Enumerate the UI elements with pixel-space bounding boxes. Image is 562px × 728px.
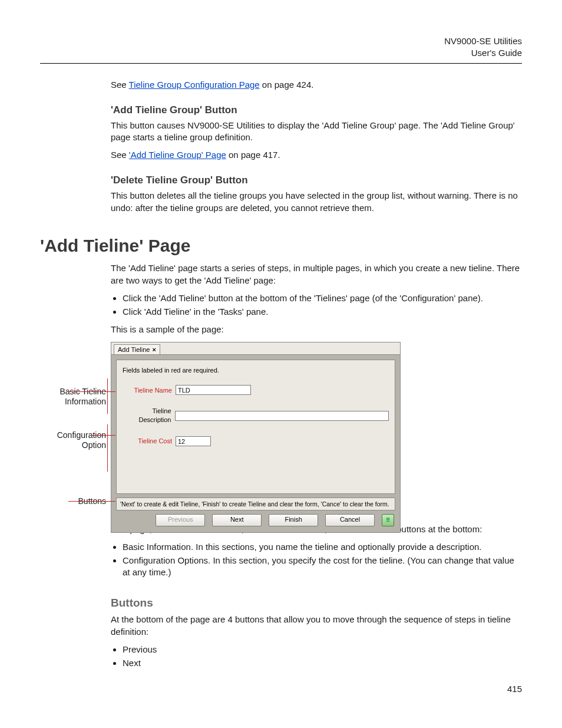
header-product: NV9000-SE Utilities <box>40 35 522 47</box>
figure-add-tieline: Basic Tieline Information Configuration … <box>111 342 522 513</box>
bullet-config-options: Configuration Options. In this section, … <box>123 555 522 579</box>
hint-bar: 'Next' to create & edit Tieline, 'Finish… <box>116 498 395 510</box>
previous-button: Previous <box>156 514 205 526</box>
label-tieline-name: Tieline Name <box>123 386 176 395</box>
input-tieline-desc[interactable] <box>175 411 389 421</box>
para-del-group: This button deletes all the tieline grou… <box>111 190 522 214</box>
tab-add-tieline[interactable]: Add Tieline× <box>114 344 160 355</box>
callout-config: Configuration Option <box>35 430 106 451</box>
bullet-via-tasks: Click 'Add Tieline' in the 'Tasks' pane. <box>123 306 522 318</box>
para-sample: This is a sample of the page: <box>111 324 522 335</box>
required-note: Fields labeled in red are required. <box>123 366 389 375</box>
app-window: Add Tieline× Fields labeled in red are r… <box>111 342 401 533</box>
label-tieline-cost: Tieline Cost <box>123 437 176 446</box>
input-tieline-name[interactable] <box>176 385 251 395</box>
see-line-2: See 'Add Tieline Group' Page on page 417… <box>111 149 522 161</box>
page-number: 415 <box>507 683 522 695</box>
para-add-group: This button causes NV9000-SE Utilities t… <box>111 120 522 144</box>
finish-button[interactable]: Finish <box>269 514 318 526</box>
heading-add-tieline-page: 'Add Tieline' Page <box>40 234 522 258</box>
label-tieline-desc: Tieline Description <box>123 407 175 424</box>
bullet-basic-info: Basic Information. In this sections, you… <box>123 541 522 553</box>
tab-close-icon[interactable]: × <box>152 346 156 353</box>
bullet-via-config: Click the 'Add Tieline' button at the bo… <box>123 292 522 304</box>
next-button[interactable]: Next <box>212 514 262 526</box>
cancel-button[interactable]: Cancel <box>325 514 375 526</box>
para-buttons: At the bottom of the page are 4 buttons … <box>111 614 522 638</box>
see-line-1: See Tieline Group Configuration Page on … <box>111 79 522 91</box>
heading-delete-tieline-group-button: 'Delete Tieline Group' Button <box>111 174 522 187</box>
tab-bar: Add Tieline× <box>111 342 400 355</box>
heading-buttons: Buttons <box>111 595 522 611</box>
bullet-next: Next <box>123 657 522 669</box>
header-doc: User's Guide <box>40 47 522 59</box>
options-icon[interactable]: ⠿ <box>382 514 394 526</box>
link-tieline-group-config[interactable]: Tieline Group Configuration Page <box>129 80 260 90</box>
para-add-tieline-intro: The 'Add Tieline' page starts a series o… <box>111 262 522 286</box>
form-panel: Fields labeled in red are required. Tiel… <box>116 360 395 494</box>
bullet-previous: Previous <box>123 644 522 655</box>
input-tieline-cost[interactable] <box>176 436 211 446</box>
heading-add-tieline-group-button: 'Add Tieline Group' Button <box>111 104 522 117</box>
callout-basic: Basic Tieline Information <box>35 387 106 407</box>
header-rule <box>40 63 522 64</box>
link-add-tieline-group-page[interactable]: 'Add Tieline Group' Page <box>129 150 226 160</box>
